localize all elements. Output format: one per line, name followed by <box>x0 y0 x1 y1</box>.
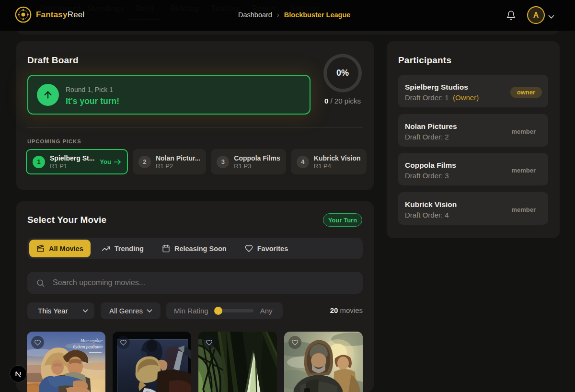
svg-text:Мне сердце: Мне сердце <box>80 338 103 343</box>
svg-text:будет разбито: будет разбито <box>73 345 103 349</box>
